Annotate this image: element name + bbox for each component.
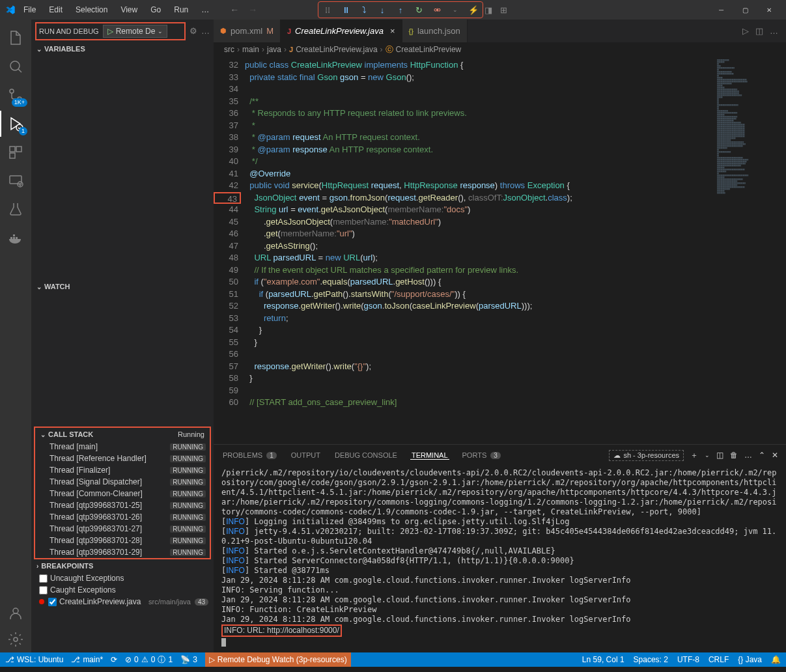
menu-go[interactable]: Go bbox=[145, 3, 166, 17]
window-close-icon[interactable]: ✕ bbox=[758, 1, 781, 19]
activity-scm-icon[interactable]: 1K+ bbox=[0, 82, 31, 108]
split-editor-icon[interactable]: ◫ bbox=[755, 26, 763, 36]
debug-dropdown-icon[interactable]: ⌄ bbox=[450, 5, 460, 15]
callstack-thread[interactable]: Thread [qtp399683701-26]RUNNING bbox=[35, 511, 210, 523]
activity-remote-explorer-icon[interactable] bbox=[0, 168, 31, 194]
breakpoint-checkbox[interactable] bbox=[39, 586, 48, 595]
callstack-thread[interactable]: Thread [qtp399683701-28]RUNNING bbox=[35, 535, 210, 546]
activity-explorer-icon[interactable] bbox=[0, 25, 31, 51]
breakpoint-item[interactable]: Uncaught Exceptions bbox=[31, 572, 214, 584]
terminal-output[interactable]: /pierrick/.m2/repository/io/cloudevents/… bbox=[214, 466, 786, 652]
panel-tab-output[interactable]: OUTPUT bbox=[290, 451, 322, 459]
window-minimize-icon[interactable]: ─ bbox=[710, 1, 733, 19]
editor-more-icon[interactable]: … bbox=[770, 26, 778, 36]
layout-customize-icon[interactable]: ⊞ bbox=[498, 4, 511, 16]
panel-close-icon[interactable]: ✕ bbox=[772, 451, 778, 460]
callstack-thread[interactable]: Thread [qtp399683701-29]RUNNING bbox=[35, 546, 210, 558]
menu-run[interactable]: Run bbox=[169, 3, 193, 17]
status-sync[interactable]: ⟳ bbox=[111, 655, 117, 664]
layout-secondary-sidebar-icon[interactable]: ◨ bbox=[482, 4, 495, 16]
menu-more[interactable]: … bbox=[196, 3, 214, 17]
status-spaces[interactable]: Spaces: 2 bbox=[634, 655, 668, 664]
breakpoint-item[interactable]: Caught Exceptions bbox=[31, 584, 214, 596]
code-editor[interactable]: public class CreateLinkPreview implement… bbox=[245, 57, 714, 444]
activity-docker-icon[interactable] bbox=[0, 225, 31, 251]
activity-search-icon[interactable] bbox=[0, 53, 31, 79]
chevron-down-icon[interactable]: ⌄ bbox=[158, 28, 163, 35]
tab-close-icon[interactable]: × bbox=[390, 26, 395, 36]
nav-forward-icon[interactable]: → bbox=[248, 5, 257, 15]
activity-settings-icon[interactable] bbox=[0, 626, 31, 652]
callstack-thread[interactable]: Thread [Common-Cleaner]RUNNING bbox=[35, 488, 210, 499]
panel-maximize-icon[interactable]: ⌃ bbox=[759, 451, 765, 460]
terminal-new-icon[interactable]: ＋ bbox=[690, 450, 698, 461]
status-branch[interactable]: ⎇ main* bbox=[71, 655, 103, 664]
minimap[interactable]: ████████████████████████████████████████… bbox=[714, 57, 786, 444]
variables-section-header[interactable]: ⌄VARIABLES bbox=[31, 42, 214, 55]
debug-restart-icon[interactable]: ↻ bbox=[414, 5, 424, 15]
run-file-icon[interactable]: ▷ bbox=[742, 26, 749, 36]
menu-view[interactable]: View bbox=[115, 3, 143, 17]
debug-hot-code-icon[interactable]: ⚡ bbox=[468, 5, 479, 15]
line-number-gutter[interactable]: 3233343536373839404142434445464748495051… bbox=[214, 57, 245, 444]
activity-debug-icon[interactable]: 1 bbox=[0, 111, 31, 137]
activity-extensions-icon[interactable] bbox=[0, 139, 31, 165]
watch-section-header[interactable]: ⌄WATCH bbox=[31, 280, 214, 293]
panel-tab-terminal[interactable]: TERMINAL bbox=[410, 451, 449, 460]
menu-selection[interactable]: Selection bbox=[70, 3, 113, 17]
panel-tab-ports[interactable]: PORTS3 bbox=[461, 451, 502, 459]
panel-tab-debug-console[interactable]: DEBUG CONSOLE bbox=[333, 451, 399, 459]
activity-testing-icon[interactable] bbox=[0, 197, 31, 223]
callstack-thread[interactable]: Thread [qtp399683701-25]RUNNING bbox=[35, 499, 210, 511]
debug-step-over-icon[interactable]: ⤵ bbox=[359, 5, 369, 15]
breadcrumb[interactable]: src› main› java› JCreateLinkPreview.java… bbox=[214, 42, 786, 57]
status-notifications-icon[interactable]: 🔔 bbox=[771, 655, 781, 664]
terminal-selector[interactable]: ☁ sh - 3p-resources bbox=[609, 450, 684, 461]
run-debug-label: RUN AND DEBUG bbox=[39, 27, 99, 35]
tab-pom-xml[interactable]: ⬢pom.xmlM bbox=[214, 20, 281, 42]
tab-create-link-preview[interactable]: JCreateLinkPreview.java× bbox=[281, 20, 402, 42]
window-maximize-icon[interactable]: ▢ bbox=[734, 1, 757, 19]
menu-file[interactable]: File bbox=[18, 3, 41, 17]
status-encoding[interactable]: UTF-8 bbox=[677, 655, 699, 664]
status-problems[interactable]: ⊘ 0 ⚠ 0 ⓘ 1 bbox=[125, 654, 173, 665]
terminal-kill-icon[interactable]: 🗑 bbox=[730, 451, 738, 460]
status-ports[interactable]: 📡 3 bbox=[180, 655, 197, 664]
breakpoint-file-item[interactable]: CreateLinkPreview.java src/main/java 43 bbox=[31, 596, 214, 608]
breakpoints-section-header[interactable]: ›BREAKPOINTS bbox=[31, 559, 214, 572]
status-remote[interactable]: ⎇ WSL: Ubuntu bbox=[5, 655, 63, 664]
debug-badge: 1 bbox=[19, 127, 27, 135]
terminal-split-dropdown-icon[interactable]: ⌄ bbox=[705, 452, 710, 458]
callstack-thread[interactable]: Thread [Finalizer]RUNNING bbox=[35, 464, 210, 476]
tab-launch-json[interactable]: {}launch.json bbox=[402, 20, 468, 42]
status-debug-session[interactable]: ▷ Remote Debug Watch (3p-resources) bbox=[205, 652, 351, 667]
status-language[interactable]: {} Java bbox=[738, 655, 762, 664]
callstack-thread[interactable]: Thread [Reference Handler]RUNNING bbox=[35, 453, 210, 464]
panel-tab-problems[interactable]: PROBLEMS1 bbox=[221, 451, 278, 459]
debug-step-out-icon[interactable]: ↑ bbox=[395, 5, 406, 15]
callstack-thread[interactable]: Thread [qtp399683701-27]RUNNING bbox=[35, 523, 210, 535]
callstack-thread[interactable]: Thread [Signal Dispatcher]RUNNING bbox=[35, 476, 210, 488]
status-eol[interactable]: CRLF bbox=[709, 655, 729, 664]
debug-drag-handle-icon[interactable]: ⁞⁞ bbox=[322, 5, 333, 15]
debug-disconnect-icon[interactable]: ⚮ bbox=[432, 5, 442, 15]
callstack-section-header[interactable]: ⌄CALL STACKRunning bbox=[35, 428, 210, 441]
debug-settings-gear-icon[interactable]: ⚙ bbox=[189, 26, 197, 36]
menu-edit[interactable]: Edit bbox=[44, 3, 68, 17]
debug-pause-icon[interactable]: ⏸ bbox=[341, 5, 351, 15]
nav-back-icon[interactable]: ← bbox=[230, 5, 239, 15]
breakpoint-checkbox[interactable] bbox=[39, 574, 48, 583]
breakpoint-checkbox[interactable] bbox=[48, 598, 57, 606]
debug-more-icon[interactable]: … bbox=[201, 26, 210, 36]
start-debug-icon[interactable]: ▷ bbox=[107, 27, 113, 36]
terminal-split-icon[interactable]: ◫ bbox=[716, 451, 723, 460]
activity-accounts-icon[interactable] bbox=[0, 600, 31, 626]
debug-config-selector[interactable]: ▷ Remote De ⌄ bbox=[103, 25, 168, 38]
run-debug-header: RUN AND DEBUG ▷ Remote De ⌄ bbox=[35, 22, 186, 40]
svg-rect-12 bbox=[13, 234, 15, 236]
debug-step-into-icon[interactable]: ↓ bbox=[377, 5, 387, 15]
svg-rect-5 bbox=[16, 147, 21, 152]
callstack-thread[interactable]: Thread [main]RUNNING bbox=[35, 441, 210, 453]
status-cursor-position[interactable]: Ln 59, Col 1 bbox=[582, 655, 625, 664]
terminal-more-icon[interactable]: … bbox=[744, 451, 752, 460]
